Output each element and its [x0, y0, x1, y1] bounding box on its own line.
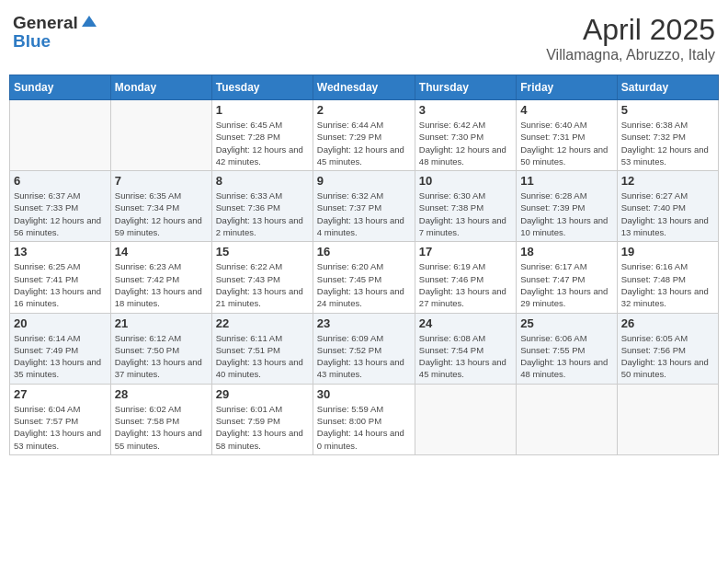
calendar-day-cell: 4Sunrise: 6:40 AMSunset: 7:31 PMDaylight…	[517, 100, 617, 171]
calendar-day-cell: 17Sunrise: 6:19 AMSunset: 7:46 PMDayligh…	[415, 242, 516, 313]
day-info: Sunrise: 6:01 AMSunset: 7:59 PMDaylight:…	[216, 403, 309, 452]
day-number: 13	[14, 245, 107, 259]
day-number: 1	[216, 103, 309, 117]
day-info: Sunrise: 6:28 AMSunset: 7:39 PMDaylight:…	[520, 190, 612, 238]
logo-blue: Blue	[13, 31, 51, 52]
month-title: April 2025	[546, 13, 715, 47]
day-info: Sunrise: 6:09 AMSunset: 7:52 PMDaylight:…	[317, 332, 411, 381]
day-info: Sunrise: 6:16 AMSunset: 7:48 PMDaylight:…	[621, 260, 714, 309]
day-number: 15	[216, 245, 309, 259]
day-info: Sunrise: 6:11 AMSunset: 7:51 PMDaylight:…	[216, 332, 309, 381]
calendar-day-cell: 5Sunrise: 6:38 AMSunset: 7:32 PMDaylight…	[617, 100, 718, 171]
day-info: Sunrise: 6:02 AMSunset: 7:58 PMDaylight:…	[115, 403, 208, 452]
day-info: Sunrise: 6:38 AMSunset: 7:32 PMDaylight:…	[621, 119, 714, 167]
calendar-day-cell: 27Sunrise: 6:04 AMSunset: 7:57 PMDayligh…	[10, 384, 111, 454]
day-info: Sunrise: 6:40 AMSunset: 7:31 PMDaylight:…	[520, 119, 612, 167]
calendar-day-cell: 19Sunrise: 6:16 AMSunset: 7:48 PMDayligh…	[617, 242, 718, 313]
calendar-day-cell	[110, 100, 211, 171]
calendar-day-cell: 13Sunrise: 6:25 AMSunset: 7:41 PMDayligh…	[10, 242, 111, 313]
day-number: 4	[520, 103, 612, 117]
day-number: 30	[317, 387, 411, 401]
day-number: 29	[216, 387, 309, 401]
day-number: 18	[520, 245, 612, 259]
day-number: 12	[621, 174, 714, 188]
calendar-day-cell: 26Sunrise: 6:05 AMSunset: 7:56 PMDayligh…	[617, 313, 718, 384]
day-info: Sunrise: 6:05 AMSunset: 7:56 PMDaylight:…	[621, 332, 714, 381]
weekday-header-thursday: Thursday	[415, 75, 516, 100]
calendar-day-cell: 29Sunrise: 6:01 AMSunset: 7:59 PMDayligh…	[211, 384, 313, 454]
day-number: 5	[621, 103, 714, 117]
day-number: 9	[317, 174, 411, 188]
calendar-week-row: 6Sunrise: 6:37 AMSunset: 7:33 PMDaylight…	[10, 171, 719, 242]
calendar-day-cell: 1Sunrise: 6:45 AMSunset: 7:28 PMDaylight…	[211, 100, 313, 171]
day-number: 17	[419, 245, 512, 259]
calendar-day-cell: 14Sunrise: 6:23 AMSunset: 7:42 PMDayligh…	[110, 242, 211, 313]
day-info: Sunrise: 6:45 AMSunset: 7:28 PMDaylight:…	[216, 119, 309, 167]
calendar-day-cell: 12Sunrise: 6:27 AMSunset: 7:40 PMDayligh…	[617, 171, 718, 242]
day-info: Sunrise: 6:14 AMSunset: 7:49 PMDaylight:…	[14, 332, 107, 381]
calendar-day-cell: 15Sunrise: 6:22 AMSunset: 7:43 PMDayligh…	[211, 242, 313, 313]
day-number: 16	[317, 245, 411, 259]
day-number: 6	[14, 174, 107, 188]
day-number: 22	[216, 316, 309, 330]
calendar-day-cell: 10Sunrise: 6:30 AMSunset: 7:38 PMDayligh…	[415, 171, 516, 242]
calendar-day-cell	[617, 384, 718, 454]
weekday-header-wednesday: Wednesday	[313, 75, 415, 100]
calendar-day-cell: 2Sunrise: 6:44 AMSunset: 7:29 PMDaylight…	[313, 100, 415, 171]
weekday-header-saturday: Saturday	[617, 75, 718, 100]
day-number: 11	[520, 174, 612, 188]
calendar-day-cell	[415, 384, 516, 454]
day-number: 25	[520, 316, 612, 330]
day-info: Sunrise: 6:12 AMSunset: 7:50 PMDaylight:…	[115, 332, 208, 381]
calendar-day-cell: 9Sunrise: 6:32 AMSunset: 7:37 PMDaylight…	[313, 171, 415, 242]
day-info: Sunrise: 6:23 AMSunset: 7:42 PMDaylight:…	[115, 260, 208, 309]
calendar-week-row: 20Sunrise: 6:14 AMSunset: 7:49 PMDayligh…	[10, 313, 719, 384]
weekday-header-row: SundayMondayTuesdayWednesdayThursdayFrid…	[10, 75, 719, 100]
weekday-header-sunday: Sunday	[10, 75, 111, 100]
day-number: 3	[419, 103, 512, 117]
day-number: 19	[621, 245, 714, 259]
calendar-day-cell: 7Sunrise: 6:35 AMSunset: 7:34 PMDaylight…	[110, 171, 211, 242]
logo: General Blue	[13, 13, 98, 52]
calendar-day-cell: 3Sunrise: 6:42 AMSunset: 7:30 PMDaylight…	[415, 100, 516, 171]
calendar-day-cell: 20Sunrise: 6:14 AMSunset: 7:49 PMDayligh…	[10, 313, 111, 384]
day-info: Sunrise: 6:30 AMSunset: 7:38 PMDaylight:…	[419, 190, 512, 238]
day-info: Sunrise: 6:17 AMSunset: 7:47 PMDaylight:…	[520, 260, 612, 309]
day-info: Sunrise: 6:42 AMSunset: 7:30 PMDaylight:…	[419, 119, 512, 167]
calendar-week-row: 1Sunrise: 6:45 AMSunset: 7:28 PMDaylight…	[10, 100, 719, 171]
day-info: Sunrise: 6:06 AMSunset: 7:55 PMDaylight:…	[520, 332, 612, 381]
calendar-day-cell: 16Sunrise: 6:20 AMSunset: 7:45 PMDayligh…	[313, 242, 415, 313]
calendar-day-cell: 21Sunrise: 6:12 AMSunset: 7:50 PMDayligh…	[110, 313, 211, 384]
day-info: Sunrise: 5:59 AMSunset: 8:00 PMDaylight:…	[317, 403, 411, 452]
day-info: Sunrise: 6:22 AMSunset: 7:43 PMDaylight:…	[216, 260, 309, 309]
calendar-day-cell: 18Sunrise: 6:17 AMSunset: 7:47 PMDayligh…	[517, 242, 617, 313]
day-info: Sunrise: 6:32 AMSunset: 7:37 PMDaylight:…	[317, 190, 411, 238]
day-number: 14	[115, 245, 208, 259]
day-number: 8	[216, 174, 309, 188]
header: General Blue April 2025 Villamagna, Abru…	[9, 9, 719, 67]
calendar-week-row: 13Sunrise: 6:25 AMSunset: 7:41 PMDayligh…	[10, 242, 719, 313]
weekday-header-tuesday: Tuesday	[211, 75, 313, 100]
calendar-day-cell: 6Sunrise: 6:37 AMSunset: 7:33 PMDaylight…	[10, 171, 111, 242]
day-number: 27	[14, 387, 107, 401]
day-info: Sunrise: 6:04 AMSunset: 7:57 PMDaylight:…	[14, 403, 107, 452]
weekday-header-monday: Monday	[110, 75, 211, 100]
calendar-day-cell: 28Sunrise: 6:02 AMSunset: 7:58 PMDayligh…	[110, 384, 211, 454]
day-number: 20	[14, 316, 107, 330]
title-area: April 2025 Villamagna, Abruzzo, Italy	[546, 13, 715, 63]
day-number: 10	[419, 174, 512, 188]
day-number: 21	[115, 316, 208, 330]
day-number: 28	[115, 387, 208, 401]
calendar-day-cell: 22Sunrise: 6:11 AMSunset: 7:51 PMDayligh…	[211, 313, 313, 384]
calendar-week-row: 27Sunrise: 6:04 AMSunset: 7:57 PMDayligh…	[10, 384, 719, 454]
day-number: 2	[317, 103, 411, 117]
location-title: Villamagna, Abruzzo, Italy	[546, 47, 715, 63]
day-info: Sunrise: 6:35 AMSunset: 7:34 PMDaylight:…	[115, 190, 208, 238]
day-info: Sunrise: 6:27 AMSunset: 7:40 PMDaylight:…	[621, 190, 714, 238]
calendar-day-cell: 8Sunrise: 6:33 AMSunset: 7:36 PMDaylight…	[211, 171, 313, 242]
day-number: 26	[621, 316, 714, 330]
day-info: Sunrise: 6:19 AMSunset: 7:46 PMDaylight:…	[419, 260, 512, 309]
day-number: 7	[115, 174, 208, 188]
calendar-day-cell: 24Sunrise: 6:08 AMSunset: 7:54 PMDayligh…	[415, 313, 516, 384]
calendar-day-cell: 11Sunrise: 6:28 AMSunset: 7:39 PMDayligh…	[517, 171, 617, 242]
